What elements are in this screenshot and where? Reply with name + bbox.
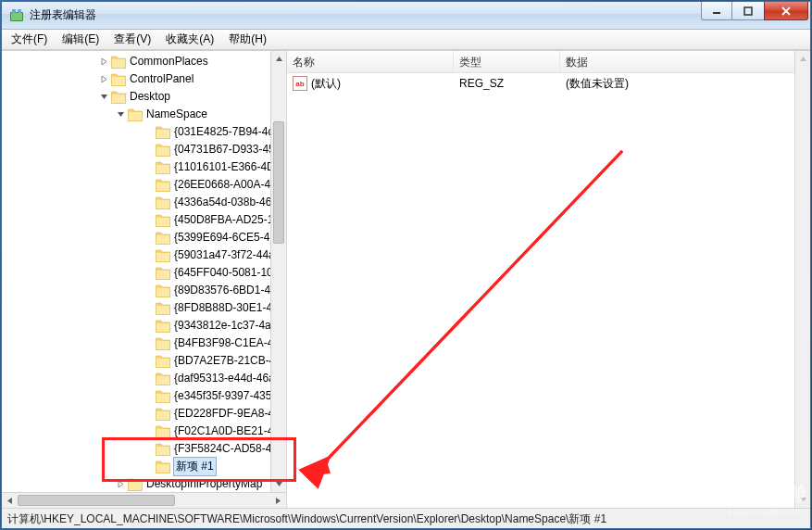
window-title: 注册表编辑器 xyxy=(30,7,701,23)
expander-placeholder xyxy=(143,391,154,402)
col-type[interactable]: 类型 xyxy=(454,51,560,72)
expander-placeholder xyxy=(143,303,154,314)
collapse-icon[interactable] xyxy=(98,92,109,103)
menu-help[interactable]: 帮助(H) xyxy=(221,29,274,50)
tree-label: DesktopIniPropertyMap xyxy=(146,475,262,492)
close-button[interactable] xyxy=(764,2,808,20)
folder-icon xyxy=(156,408,170,421)
expander-placeholder xyxy=(143,338,154,349)
tree-item[interactable]: {daf95313-e44d-46a xyxy=(6,370,270,387)
tree-item[interactable]: {F02C1A0D-BE21-43 xyxy=(6,423,270,440)
expander-placeholder xyxy=(143,356,154,367)
tree-label: {8FD8B88D-30E1-4F xyxy=(174,299,270,317)
tree-label: {BD7A2E7B-21CB-41 xyxy=(174,352,270,370)
tree-item[interactable]: {031E4825-7B94-4dc xyxy=(6,123,270,141)
tree-item[interactable]: DesktopIniPropertyMap xyxy=(6,475,270,492)
list-body: ab (默认) REG_SZ (数值未设置) xyxy=(287,73,810,94)
expander-placeholder xyxy=(143,373,154,385)
tree-item[interactable]: {645FF040-5081-101 xyxy=(6,264,270,282)
folder-icon xyxy=(156,232,170,245)
titlebar: 注册表编辑器 xyxy=(2,2,810,30)
list-row[interactable]: ab (默认) REG_SZ (数值未设置) xyxy=(287,75,810,92)
scroll-thumb[interactable] xyxy=(273,121,284,244)
folder-icon xyxy=(156,214,170,227)
col-data[interactable]: 数据 xyxy=(560,51,810,72)
col-name[interactable]: 名称 xyxy=(287,51,454,72)
tree-item[interactable]: {5399E694-6CE5-4D6 xyxy=(6,229,270,246)
tree-label: {ED228FDF-9EA8-48 xyxy=(174,405,270,423)
expand-icon[interactable] xyxy=(115,479,126,490)
tree-label: {26EE0668-A00A-44E xyxy=(174,176,270,194)
content-area: CommonPlacesControlPanelDesktopNameSpace… xyxy=(2,50,810,508)
scroll-thumb[interactable] xyxy=(18,495,175,506)
tree-item[interactable]: NameSpace xyxy=(6,106,270,123)
tree-item[interactable]: {04731B67-D933-450 xyxy=(6,141,270,158)
cell-name: ab (默认) xyxy=(287,76,454,92)
tree-vertical-scrollbar[interactable] xyxy=(270,51,286,492)
expand-icon[interactable] xyxy=(98,57,109,68)
folder-icon xyxy=(111,91,126,104)
tree-item[interactable]: {11016101-E366-4D2 xyxy=(6,158,270,176)
list-pane: 名称 类型 数据 ab (默认) REG_SZ (数值未设置) xyxy=(287,51,810,508)
svg-rect-1 xyxy=(11,13,22,20)
tree-item[interactable]: {ED228FDF-9EA8-48 xyxy=(6,405,270,423)
tree-horizontal-scrollbar[interactable] xyxy=(2,492,286,508)
scroll-down-button[interactable] xyxy=(271,476,287,492)
tree-label: Desktop xyxy=(130,88,170,106)
tree-item[interactable]: {59031a47-3f72-44a xyxy=(6,246,270,264)
svg-rect-3 xyxy=(18,9,21,13)
tree-item[interactable]: ControlPanel xyxy=(6,70,270,88)
app-icon xyxy=(9,8,24,23)
tree-label: {59031a47-3f72-44a xyxy=(174,246,270,264)
tree-item[interactable]: {89D83576-6BD1-4c xyxy=(6,282,270,299)
tree-label: {9343812e-1c37-4a4 xyxy=(174,317,270,334)
tree-item[interactable]: {BD7A2E7B-21CB-41 xyxy=(6,352,270,370)
menu-file[interactable]: 文件(F) xyxy=(4,29,55,50)
scroll-right-button[interactable] xyxy=(270,493,286,508)
scroll-left-button[interactable] xyxy=(2,493,18,508)
tree-item[interactable]: {e345f35f-9397-435c xyxy=(6,387,270,405)
expander-placeholder xyxy=(143,426,154,437)
collapse-icon[interactable] xyxy=(115,109,126,120)
tree-item[interactable]: {26EE0668-A00A-44E xyxy=(6,176,270,194)
menu-favorites[interactable]: 收藏夹(A) xyxy=(158,29,221,50)
minimize-button[interactable] xyxy=(701,2,732,20)
menu-view[interactable]: 查看(V) xyxy=(106,29,158,50)
regedit-window: 注册表编辑器 文件(F) 编辑(E) 查看(V) 收藏夹(A) 帮助(H) Co… xyxy=(1,1,811,529)
tree-label: ControlPanel xyxy=(130,70,194,88)
tree-item[interactable]: {F3F5824C-AD58-47 xyxy=(6,440,270,458)
expander-placeholder xyxy=(143,233,154,244)
tree-label: {daf95313-e44d-46a xyxy=(174,370,270,387)
folder-icon xyxy=(156,267,170,280)
folder-icon xyxy=(156,196,170,209)
tree-label: 新项 #1 xyxy=(173,457,217,476)
menu-edit[interactable]: 编辑(E) xyxy=(55,29,106,50)
tree-item[interactable]: {B4FB3F98-C1EA-428 xyxy=(6,334,270,352)
list-vertical-scrollbar[interactable] xyxy=(794,51,810,508)
folder-icon xyxy=(128,478,143,491)
value-name: (默认) xyxy=(311,76,341,92)
folder-icon xyxy=(156,179,170,192)
tree-label: CommonPlaces xyxy=(130,53,208,70)
tree-item[interactable]: CommonPlaces xyxy=(6,53,270,70)
tree-label: {F3F5824C-AD58-47 xyxy=(174,440,270,458)
tree-item[interactable]: 新项 #1 xyxy=(6,458,270,475)
expander-placeholder xyxy=(143,215,154,226)
tree-item[interactable]: {4336a54d-038b-468 xyxy=(6,194,270,211)
tree-label: {89D83576-6BD1-4c xyxy=(174,282,270,299)
tree-item[interactable]: {8FD8B88D-30E1-4F xyxy=(6,299,270,317)
list-header: 名称 类型 数据 xyxy=(287,51,810,73)
scroll-up-button[interactable] xyxy=(795,51,810,67)
expand-icon[interactable] xyxy=(98,74,109,85)
tree-item[interactable]: Desktop xyxy=(6,88,270,106)
maximize-button[interactable] xyxy=(732,2,764,20)
folder-icon xyxy=(156,355,170,368)
tree-item[interactable]: {9343812e-1c37-4a4 xyxy=(6,317,270,334)
expander-placeholder xyxy=(143,197,154,208)
scroll-down-button[interactable] xyxy=(795,492,810,508)
tree-label: {450D8FBA-AD25-11 xyxy=(174,211,270,229)
tree-label: {e345f35f-9397-435c xyxy=(174,387,270,405)
scroll-up-button[interactable] xyxy=(271,51,287,67)
tree-item[interactable]: {450D8FBA-AD25-11 xyxy=(6,211,270,229)
registry-tree[interactable]: CommonPlacesControlPanelDesktopNameSpace… xyxy=(2,51,270,492)
